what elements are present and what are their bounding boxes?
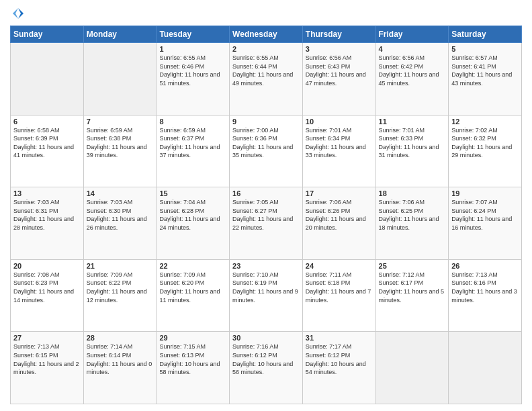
week-row-1: 1 Sunrise: 6:55 AMSunset: 6:46 PMDayligh… <box>11 43 522 116</box>
day-info: Sunrise: 6:59 AMSunset: 6:38 PMDaylight:… <box>87 127 147 159</box>
day-number: 28 <box>87 334 154 342</box>
day-number: 31 <box>306 334 373 342</box>
day-number: 10 <box>306 118 373 126</box>
day-cell: 4 Sunrise: 6:56 AMSunset: 6:42 PMDayligh… <box>375 43 449 116</box>
day-number: 13 <box>13 189 81 197</box>
day-info: Sunrise: 7:12 AMSunset: 6:17 PMDaylight:… <box>379 271 445 304</box>
day-cell: 8 Sunrise: 6:59 AMSunset: 6:37 PMDayligh… <box>157 115 230 187</box>
weekday-header-saturday: Saturday <box>449 26 522 43</box>
day-number: 25 <box>379 262 446 270</box>
day-cell: 23 Sunrise: 7:10 AMSunset: 6:19 PMDaylig… <box>230 259 303 332</box>
day-info: Sunrise: 7:08 AMSunset: 6:23 PMDaylight:… <box>13 271 74 304</box>
day-number: 18 <box>379 189 446 197</box>
day-info: Sunrise: 7:03 AMSunset: 6:31 PMDaylight:… <box>13 199 74 231</box>
day-number: 9 <box>232 118 300 126</box>
day-number: 3 <box>306 45 373 53</box>
day-cell: 9 Sunrise: 7:00 AMSunset: 6:36 PMDayligh… <box>230 115 303 187</box>
day-number: 23 <box>232 262 300 270</box>
day-number: 6 <box>13 118 81 126</box>
day-info: Sunrise: 7:14 AMSunset: 6:14 PMDaylight:… <box>87 343 152 375</box>
day-cell <box>375 332 449 404</box>
day-info: Sunrise: 7:09 AMSunset: 6:22 PMDaylight:… <box>87 271 147 304</box>
day-cell: 13 Sunrise: 7:03 AMSunset: 6:31 PMDaylig… <box>11 187 84 260</box>
day-number: 22 <box>159 262 226 270</box>
day-number: 24 <box>306 262 373 270</box>
day-cell: 14 Sunrise: 7:03 AMSunset: 6:30 PMDaylig… <box>83 187 157 260</box>
day-cell: 15 Sunrise: 7:04 AMSunset: 6:28 PMDaylig… <box>157 187 230 260</box>
day-cell: 30 Sunrise: 7:16 AMSunset: 6:12 PMDaylig… <box>230 332 303 404</box>
day-cell: 17 Sunrise: 7:06 AMSunset: 6:26 PMDaylig… <box>302 187 375 260</box>
day-number: 27 <box>13 334 81 342</box>
day-info: Sunrise: 7:01 AMSunset: 6:34 PMDaylight:… <box>306 127 366 159</box>
day-cell: 20 Sunrise: 7:08 AMSunset: 6:23 PMDaylig… <box>11 259 84 332</box>
day-cell: 6 Sunrise: 6:58 AMSunset: 6:39 PMDayligh… <box>11 115 84 187</box>
page: SundayMondayTuesdayWednesdayThursdayFrid… <box>0 0 532 411</box>
day-number: 5 <box>451 45 519 53</box>
week-row-2: 6 Sunrise: 6:58 AMSunset: 6:39 PMDayligh… <box>11 115 522 187</box>
week-row-4: 20 Sunrise: 7:08 AMSunset: 6:23 PMDaylig… <box>11 259 522 332</box>
day-number: 14 <box>87 189 154 197</box>
day-info: Sunrise: 7:15 AMSunset: 6:13 PMDaylight:… <box>159 343 220 375</box>
day-info: Sunrise: 7:06 AMSunset: 6:25 PMDaylight:… <box>379 199 439 231</box>
day-number: 11 <box>379 118 446 126</box>
day-info: Sunrise: 7:10 AMSunset: 6:19 PMDaylight:… <box>232 271 298 304</box>
day-cell: 21 Sunrise: 7:09 AMSunset: 6:22 PMDaylig… <box>83 259 157 332</box>
day-cell: 5 Sunrise: 6:57 AMSunset: 6:41 PMDayligh… <box>449 43 522 116</box>
day-cell: 31 Sunrise: 7:17 AMSunset: 6:12 PMDaylig… <box>302 332 375 404</box>
logo-icon <box>11 7 25 20</box>
day-number: 15 <box>159 189 226 197</box>
day-cell <box>449 332 522 404</box>
weekday-header-monday: Monday <box>83 26 157 43</box>
weekday-header-thursday: Thursday <box>302 26 375 43</box>
day-cell: 22 Sunrise: 7:09 AMSunset: 6:20 PMDaylig… <box>157 259 230 332</box>
weekday-header-wednesday: Wednesday <box>230 26 303 43</box>
day-info: Sunrise: 6:57 AMSunset: 6:41 PMDaylight:… <box>451 54 512 87</box>
day-info: Sunrise: 7:07 AMSunset: 6:24 PMDaylight:… <box>451 199 512 231</box>
calendar-table: SundayMondayTuesdayWednesdayThursdayFrid… <box>10 26 522 404</box>
day-number: 26 <box>451 262 519 270</box>
day-cell: 28 Sunrise: 7:14 AMSunset: 6:14 PMDaylig… <box>83 332 157 404</box>
day-cell: 26 Sunrise: 7:13 AMSunset: 6:16 PMDaylig… <box>449 259 522 332</box>
day-number: 20 <box>13 262 81 270</box>
day-cell: 25 Sunrise: 7:12 AMSunset: 6:17 PMDaylig… <box>375 259 449 332</box>
day-number: 2 <box>232 45 300 53</box>
day-number: 16 <box>232 189 300 197</box>
header <box>10 7 522 20</box>
day-cell <box>11 43 84 116</box>
day-number: 4 <box>379 45 446 53</box>
day-cell: 19 Sunrise: 7:07 AMSunset: 6:24 PMDaylig… <box>449 187 522 260</box>
day-number: 12 <box>451 118 519 126</box>
day-info: Sunrise: 6:56 AMSunset: 6:42 PMDaylight:… <box>379 54 439 87</box>
weekday-header-sunday: Sunday <box>11 26 84 43</box>
day-info: Sunrise: 7:03 AMSunset: 6:30 PMDaylight:… <box>87 199 147 231</box>
day-info: Sunrise: 7:17 AMSunset: 6:12 PMDaylight:… <box>306 343 366 375</box>
day-number: 29 <box>159 334 226 342</box>
day-cell: 24 Sunrise: 7:11 AMSunset: 6:18 PMDaylig… <box>302 259 375 332</box>
day-number: 1 <box>159 45 226 53</box>
day-number: 7 <box>87 118 154 126</box>
day-cell: 12 Sunrise: 7:02 AMSunset: 6:32 PMDaylig… <box>449 115 522 187</box>
day-number: 17 <box>306 189 373 197</box>
day-info: Sunrise: 7:06 AMSunset: 6:26 PMDaylight:… <box>306 199 366 231</box>
day-info: Sunrise: 7:02 AMSunset: 6:32 PMDaylight:… <box>451 127 512 159</box>
day-info: Sunrise: 6:59 AMSunset: 6:37 PMDaylight:… <box>159 127 220 159</box>
day-info: Sunrise: 7:01 AMSunset: 6:33 PMDaylight:… <box>379 127 439 159</box>
day-cell: 16 Sunrise: 7:05 AMSunset: 6:27 PMDaylig… <box>230 187 303 260</box>
day-cell: 29 Sunrise: 7:15 AMSunset: 6:13 PMDaylig… <box>157 332 230 404</box>
day-cell: 10 Sunrise: 7:01 AMSunset: 6:34 PMDaylig… <box>302 115 375 187</box>
day-cell: 1 Sunrise: 6:55 AMSunset: 6:46 PMDayligh… <box>157 43 230 116</box>
day-info: Sunrise: 7:05 AMSunset: 6:27 PMDaylight:… <box>232 199 293 231</box>
day-info: Sunrise: 7:13 AMSunset: 6:15 PMDaylight:… <box>13 343 79 375</box>
day-info: Sunrise: 6:58 AMSunset: 6:39 PMDaylight:… <box>13 127 74 159</box>
weekday-header-row: SundayMondayTuesdayWednesdayThursdayFrid… <box>11 26 522 43</box>
day-number: 21 <box>87 262 154 270</box>
day-cell: 3 Sunrise: 6:56 AMSunset: 6:43 PMDayligh… <box>302 43 375 116</box>
svg-marker-0 <box>18 8 24 19</box>
day-number: 19 <box>451 189 519 197</box>
day-number: 8 <box>159 118 226 126</box>
day-info: Sunrise: 6:56 AMSunset: 6:43 PMDaylight:… <box>306 54 366 87</box>
day-cell: 7 Sunrise: 6:59 AMSunset: 6:38 PMDayligh… <box>83 115 157 187</box>
day-info: Sunrise: 7:04 AMSunset: 6:28 PMDaylight:… <box>159 199 220 231</box>
day-info: Sunrise: 7:00 AMSunset: 6:36 PMDaylight:… <box>232 127 293 159</box>
logo <box>10 7 25 20</box>
